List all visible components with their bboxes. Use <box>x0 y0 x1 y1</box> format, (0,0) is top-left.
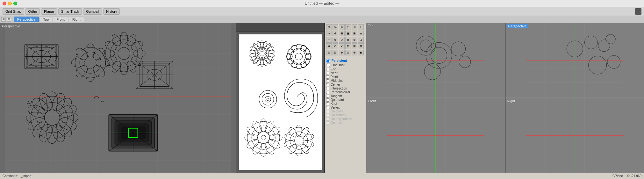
snap-knot[interactable]: Knot <box>326 102 365 105</box>
cmd-icon-18[interactable]: ⊡ <box>358 37 364 43</box>
snap-end[interactable]: End <box>326 68 365 71</box>
cmd-icon-1[interactable]: ⊕ <box>326 24 332 30</box>
grid-snap-button[interactable]: Grid Snap <box>3 8 24 15</box>
document-area <box>239 34 322 170</box>
tab-icon-grid[interactable]: ⊞ <box>1 17 6 22</box>
snap-oneshot-label: One shot <box>332 63 345 67</box>
command-panel: ⊕ ◎ ⊛ ⊡ ⟲ ✦ ⌖ ⊕ ⊞ ▣ ⊠ ◈ ⌁ ⊗ ⊝ ◉ ⊕ ⊡ <box>325 23 366 173</box>
snap-oneshot[interactable]: One shot <box>326 63 365 67</box>
cmd-icon-7[interactable]: ⌖ <box>326 31 332 36</box>
cmd-icon-10[interactable]: ▣ <box>345 31 351 36</box>
cmd-icon-16[interactable]: ◉ <box>345 37 351 43</box>
tab-icon-split[interactable]: ⊟ <box>7 17 11 22</box>
right-viewport-label: Right <box>507 99 515 103</box>
snap-persistent-radio[interactable] <box>326 59 330 63</box>
cmd-icon-15[interactable]: ⊝ <box>339 37 345 43</box>
snap-section: Persistent One shot End Near Point Midpo… <box>325 57 366 126</box>
viewports-grid: Top <box>366 23 644 173</box>
cmd-icon-11[interactable]: ⊠ <box>352 31 357 36</box>
cmd-icon-19[interactable]: ✱ <box>326 43 332 49</box>
titlebar: Untitled — Edited — <box>0 0 644 7</box>
window-title: Untitled — Edited — <box>305 1 340 6</box>
snap-tangent[interactable]: Tangent <box>326 94 365 98</box>
snap-center[interactable]: Center <box>326 83 365 86</box>
cmd-icon-28[interactable]: ◎ <box>345 50 351 55</box>
viewport-front[interactable]: Front <box>366 98 505 173</box>
viewport-top[interactable]: Top <box>366 23 505 98</box>
cmd-icon-21[interactable]: ✔ <box>339 43 345 49</box>
viewport-left-label: Perspective <box>2 24 20 28</box>
command-label: Command: <box>3 174 18 178</box>
top-viewport-label: Top <box>368 24 374 28</box>
main-layout: Perspective <box>0 23 644 173</box>
cmd-icon-26[interactable]: ⊡ <box>333 50 338 55</box>
cmd-icon-8[interactable]: ⊕ <box>333 31 338 36</box>
snap-point[interactable]: Point <box>326 75 365 79</box>
snap-midpoint[interactable]: Midpoint <box>326 79 365 82</box>
minimize-button[interactable] <box>8 2 12 5</box>
snap-onpolysurface: On polysurface <box>326 117 365 121</box>
view-tab-icons: ⊞ ⊟ <box>1 17 11 22</box>
snap-persistent[interactable]: Persistent <box>326 59 365 63</box>
tab-right[interactable]: Right <box>69 17 84 22</box>
cmd-icon-2[interactable]: ◎ <box>333 24 338 30</box>
viewport-perspective-small[interactable]: Perspective <box>505 23 644 98</box>
statusbar: Command: _Import CPlane X: -21.960 <box>0 173 644 179</box>
cmd-icon-12[interactable]: ◈ <box>358 31 364 36</box>
x-coord: X: -21.960 <box>627 174 641 178</box>
planar-button[interactable]: Planar <box>41 8 57 15</box>
cmd-icon-30[interactable]: ◉ <box>358 50 364 55</box>
traffic-lights <box>3 2 17 5</box>
cmd-icon-25[interactable]: ⊕ <box>326 50 332 55</box>
snap-vertex[interactable]: Vertex <box>326 106 365 109</box>
snap-intersection[interactable]: Intersection <box>326 87 365 90</box>
cmd-icon-6[interactable]: ✦ <box>358 24 364 30</box>
cmd-icon-24[interactable]: ⊠ <box>358 43 364 49</box>
center-panel <box>236 23 325 173</box>
tab-perspective[interactable]: Perspective <box>14 17 39 22</box>
command-value: _Import <box>21 174 32 178</box>
cmd-icon-9[interactable]: ⊞ <box>339 31 345 36</box>
snap-quadrant[interactable]: Quadrant <box>326 98 365 102</box>
cmd-icon-3[interactable]: ⊛ <box>339 24 345 30</box>
viewport-right[interactable]: Right <box>505 98 644 173</box>
snap-onmesh: On mesh <box>326 121 365 125</box>
snap-oncurve: On curve <box>326 110 365 113</box>
perspective-small-label: Perspective <box>507 24 528 28</box>
gumball-button[interactable]: Gumball <box>83 8 102 15</box>
cmd-icon-29[interactable]: ⊛ <box>352 50 357 55</box>
ortho-button[interactable]: Ortho <box>25 8 40 15</box>
view-tabs-bar: ⊞ ⊟ Perspective Top Front Right <box>0 16 644 23</box>
cmd-icon-4[interactable]: ⊡ <box>345 24 351 30</box>
cplane-label: CPlane <box>612 174 623 178</box>
maximize-button[interactable] <box>13 2 17 5</box>
snap-perpendicular[interactable]: Perpendicular <box>326 90 365 94</box>
history-button[interactable]: History <box>103 8 120 15</box>
cmd-icon-13[interactable]: ⌁ <box>326 37 332 43</box>
close-button[interactable] <box>3 2 6 5</box>
cmd-icon-5[interactable]: ⟲ <box>352 24 357 30</box>
color-swatch[interactable] <box>635 8 641 15</box>
toolbar: Grid Snap Ortho Planar SmartTrack Gumbal… <box>0 7 644 16</box>
cmd-icon-17[interactable]: ⊕ <box>352 37 357 43</box>
center-panel-header <box>236 23 324 32</box>
right-section: ⊕ ◎ ⊛ ⊡ ⟲ ✦ ⌖ ⊕ ⊞ ▣ ⊠ ◈ ⌁ ⊗ ⊝ ◉ ⊕ ⊡ <box>325 23 644 173</box>
snap-onsurface: On surface <box>326 113 365 117</box>
statusbar-right: CPlane X: -21.960 <box>612 174 641 178</box>
cmd-icon-23[interactable]: ⊞ <box>352 43 357 49</box>
front-viewport-label: Front <box>368 99 376 103</box>
tab-front[interactable]: Front <box>53 17 68 22</box>
cmd-icon-27[interactable]: ⊗ <box>339 50 345 55</box>
command-toolbar: ⊕ ◎ ⊛ ⊡ ⟲ ✦ ⌖ ⊕ ⊞ ▣ ⊠ ◈ ⌁ ⊗ ⊝ ◉ ⊕ ⊡ <box>325 23 366 57</box>
smarttrack-button[interactable]: SmartTrack <box>58 8 82 15</box>
toolbar-right <box>635 8 641 15</box>
snap-near[interactable]: Near <box>326 71 365 75</box>
snap-persistent-label: Persistent <box>332 59 347 62</box>
snap-oneshot-radio[interactable] <box>326 63 330 67</box>
tab-top[interactable]: Top <box>39 17 52 22</box>
viewport-perspective-main[interactable]: Perspective <box>0 23 236 173</box>
cmd-icon-14[interactable]: ⊗ <box>333 37 338 43</box>
cmd-icon-20[interactable]: ⊘ <box>333 43 338 49</box>
cmd-icon-22[interactable]: ⊟ <box>345 43 351 49</box>
